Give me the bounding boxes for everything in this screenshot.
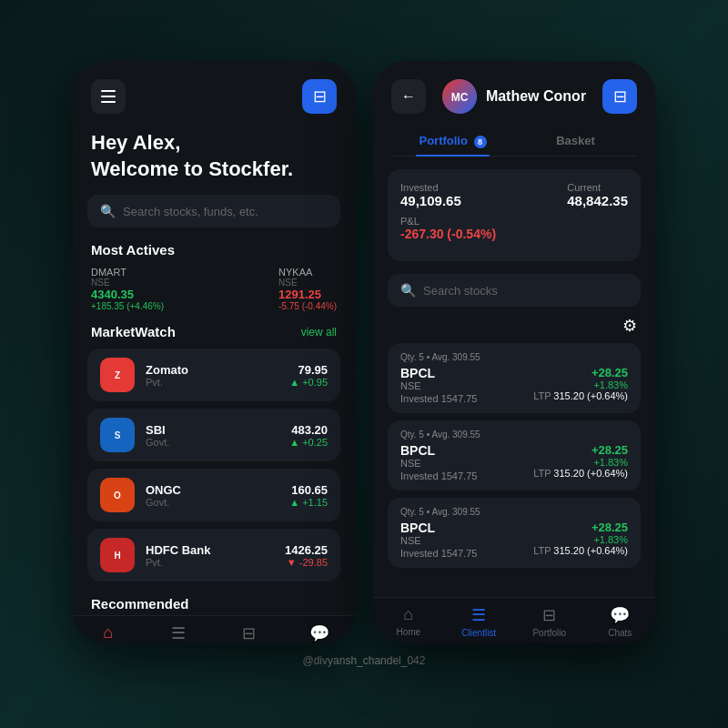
most-actives-title: Most Actives (73, 242, 355, 267)
greeting-text: Hey Alex, Welcome to Stockfer. (91, 130, 337, 182)
bottom-nav-phone1: ⌂ Home ☰ Clientlist ⊟ Portfolio 💬 Chats (73, 615, 355, 643)
holding-right: +28.25 +1.83% LTP 315.20 (+0.64%) (533, 366, 628, 401)
nav-portfolio-2[interactable]: ⊟ Portfolio (514, 605, 585, 638)
holding-pct: +1.83% (533, 457, 628, 468)
holding-exchange: NSE (400, 458, 477, 469)
nav-portfolio[interactable]: ⊟ Portfolio (214, 623, 285, 643)
holding-card-3[interactable]: Qty. 5 • Avg. 309.55 BPCL NSE Invested 1… (388, 498, 641, 568)
market-watch-title: MarketWatch (91, 324, 176, 339)
chats-icon: 💬 (309, 623, 329, 643)
invested-value: 49,109.65 (400, 193, 461, 208)
stock-logo-sbi: S (100, 418, 135, 452)
chats-icon-2: 💬 (610, 605, 630, 625)
summary-row-1: Invested 49,109.65 Current 48,842.35 (400, 182, 628, 208)
stock-change: ▲ +0.95 (289, 377, 328, 388)
stock-type: Pvt. (146, 377, 278, 388)
stock-price: 4340.35 (91, 288, 164, 301)
folder-button-2[interactable]: ⊟ (602, 79, 637, 114)
stock-type: Govt. (146, 497, 278, 508)
stock-card-zomato[interactable]: Z Zomato Pvt. 79.95 ▲ +0.95 (87, 349, 340, 401)
search-icon-2: 🔍 (400, 283, 416, 298)
pnl-label: P&L (400, 216, 496, 227)
holding-meta: Qty. 5 • Avg. 309.55 (400, 352, 628, 362)
phone-2: ← MC (373, 61, 655, 643)
stock-name: Zomato (146, 363, 278, 377)
nav-home[interactable]: ⌂ Home (73, 623, 144, 643)
stock-logo-ongc: O (100, 478, 135, 512)
holding-invested: Invested 1547.75 (400, 548, 477, 559)
watermark: @divyansh_chandel_042 (303, 654, 426, 667)
filter-icon[interactable]: ⚙ (622, 316, 637, 336)
search-stocks-bar[interactable]: 🔍 Search stocks (388, 274, 641, 307)
nav-clientlist-2[interactable]: ☰ Clientlist (444, 605, 515, 638)
phone-1: ⊟ Hey Alex, Welcome to Stockfer. 🔍 Searc… (73, 61, 355, 643)
nav-portfolio-label-2: Portfolio (532, 628, 566, 638)
stock-name: ONGC (146, 483, 278, 497)
nav-clientlist[interactable]: ☰ Clientlist (144, 623, 215, 643)
holding-left: BPCL NSE Invested 1547.75 (400, 366, 477, 404)
stock-change: ▲ +1.15 (289, 497, 328, 508)
tab-portfolio[interactable]: Portfolio 8 (391, 126, 514, 156)
home-icon: ⌂ (103, 623, 113, 642)
clientlist-icon-2: ☰ (471, 605, 486, 625)
nav-chats[interactable]: 💬 Chats (285, 623, 356, 643)
holding-row: BPCL NSE Invested 1547.75 +28.25 +1.83% … (400, 366, 628, 404)
search-placeholder: Search stocks, funds, etc. (123, 205, 258, 218)
stock-exchange: NSE (278, 278, 337, 288)
holding-card-1[interactable]: Qty. 5 • Avg. 309.55 BPCL NSE Invested 1… (388, 343, 641, 413)
stock-logo-hdfc: H (100, 538, 135, 572)
stock-price-value: 160.65 (289, 483, 328, 497)
stock-change: -5.75 (-0.44%) (278, 301, 337, 311)
holding-ltp-value: 315.20 (+0.64%) (553, 545, 628, 556)
stock-info: ONGC Govt. (146, 483, 278, 508)
stock-price-info: 1426.25 ▼ -29.85 (285, 543, 328, 568)
holding-card-2[interactable]: Qty. 5 • Avg. 309.55 BPCL NSE Invested 1… (388, 420, 641, 490)
active-stock-nykaa[interactable]: NYKAA NSE 1291.25 -5.75 (-0.44%) (278, 267, 337, 311)
holding-left: BPCL NSE Invested 1547.75 (400, 521, 477, 559)
avatar: MC (442, 79, 477, 114)
holding-name: BPCL (400, 443, 477, 458)
tab-basket[interactable]: Basket (514, 126, 637, 156)
stock-info: Zomato Pvt. (146, 363, 278, 388)
stock-card-sbi[interactable]: S SBI Govt. 483.20 ▲ +0.25 (87, 409, 340, 461)
nav-chats-2[interactable]: 💬 Chats (585, 605, 656, 638)
stock-change: +185.35 (+4.46%) (91, 301, 164, 311)
stock-card-hdfc[interactable]: H HDFC Bank Pvt. 1426.25 ▼ -29.85 (87, 529, 340, 581)
nav-clientlist-label-2: Clientlist (461, 628, 496, 638)
home-icon-2: ⌂ (403, 605, 413, 624)
stock-name: DMART (91, 267, 164, 278)
stock-type: Pvt. (146, 557, 274, 568)
holding-change: +28.25 (533, 366, 628, 379)
search-stocks-placeholder: Search stocks (423, 284, 498, 298)
holding-invested: Invested 1547.75 (400, 470, 477, 481)
summary-row-2: P&L -267.30 (-0.54%) (400, 216, 628, 241)
holding-ltp: LTP 315.20 (+0.64%) (533, 468, 628, 479)
svg-text:MC: MC (451, 91, 469, 104)
search-icon: 🔍 (100, 204, 116, 218)
nav-home-2[interactable]: ⌂ Home (373, 605, 444, 638)
pnl-col: P&L -267.30 (-0.54%) (400, 216, 496, 241)
view-all-link[interactable]: view all (301, 326, 337, 339)
pnl-value: -267.30 (-0.54%) (400, 227, 496, 241)
greeting-section: Hey Alex, Welcome to Stockfer. (73, 123, 355, 195)
phone1-header: ⊟ (73, 61, 355, 123)
folder-button[interactable]: ⊟ (302, 79, 337, 114)
holding-exchange: NSE (400, 380, 477, 391)
user-profile: MC Mathew Conor (426, 79, 602, 114)
portfolio-icon: ⊟ (242, 623, 256, 643)
holding-meta: Qty. 5 • Avg. 309.55 (400, 507, 628, 517)
invested-label: Invested (400, 182, 461, 193)
stock-name: NYKAA (278, 267, 337, 278)
most-actives-section: DMART NSE 4340.35 +185.35 (+4.46%) NYKAA… (73, 267, 355, 324)
user-name: Mathew Conor (486, 88, 586, 105)
back-button[interactable]: ← (391, 79, 426, 114)
clientlist-icon: ☰ (171, 623, 186, 643)
search-bar[interactable]: 🔍 Search stocks, funds, etc. (87, 195, 340, 228)
active-stock-dmart[interactable]: DMART NSE 4340.35 +185.35 (+4.46%) (91, 267, 164, 311)
portfolio-summary: Invested 49,109.65 Current 48,842.35 P&L… (388, 169, 641, 261)
hamburger-button[interactable] (91, 79, 126, 114)
stock-card-ongc[interactable]: O ONGC Govt. 160.65 ▲ +1.15 (87, 469, 340, 521)
holding-meta: Qty. 5 • Avg. 309.55 (400, 430, 628, 440)
invested-col: Invested 49,109.65 (400, 182, 461, 208)
recommended-title: Recommended (73, 589, 355, 615)
